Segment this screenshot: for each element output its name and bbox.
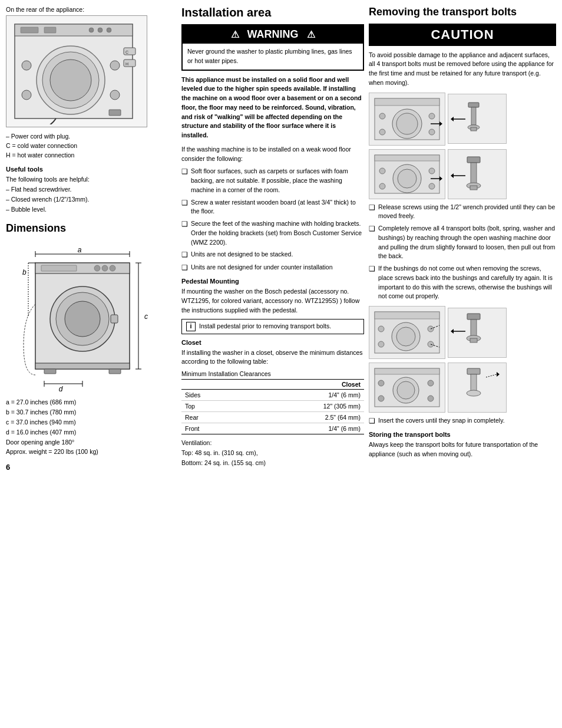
svg-text:c: c: [144, 312, 148, 321]
svg-text:d: d: [59, 385, 63, 393]
svg-line-106: [486, 374, 497, 377]
useful-tools-title: Useful tools: [6, 166, 177, 173]
ventilation-bottom: Bottom: 24 sq. in. (155 sq. cm): [181, 458, 364, 468]
svg-point-67: [379, 168, 385, 174]
transport-image-row-1: [369, 93, 556, 146]
svg-point-99: [378, 380, 384, 386]
info-icon: i: [186, 322, 196, 331]
svg-point-84: [378, 341, 384, 347]
table-row: Top 12" (305 mm): [181, 401, 364, 412]
removing-title: Removing the transport bolts: [369, 6, 556, 19]
svg-rect-21: [41, 265, 77, 271]
dim-door: Door opening angle 180°: [6, 437, 177, 447]
svg-text:H: H: [125, 62, 128, 66]
caution-box: CAUTION: [369, 24, 556, 46]
dim-d: d = 16.0 inches (407 mm): [6, 427, 177, 437]
svg-point-102: [428, 396, 434, 401]
storing-title: Storing the transport bolts: [369, 431, 556, 438]
dimensions-diagram: a b c d: [6, 239, 159, 393]
transport-image-6: [448, 308, 507, 358]
removal-step-4: Insert the covers until they snap in com…: [369, 416, 556, 426]
row-sides-label: Sides: [181, 390, 243, 401]
pedestal-text: If mounting the washer on the Bosch pede…: [181, 287, 364, 315]
dim-c: c = 37.0 inches (940 mm): [6, 417, 177, 427]
info-text: Install pedestal prior to removing trans…: [199, 322, 331, 331]
svg-rect-18: [109, 110, 121, 116]
row-rear-value: 2.5" (64 mm): [243, 412, 364, 423]
dim-a: a = 27.0 inches (686 mm): [6, 397, 177, 407]
row-top-value: 12" (305 mm): [243, 401, 364, 412]
transport-image-8: [448, 363, 507, 413]
svg-marker-72: [439, 176, 442, 181]
svg-point-69: [429, 168, 435, 174]
warning-body: Never ground the washer to plastic plumb…: [183, 44, 363, 70]
dim-weight: Approx. weight = 220 lbs (100 kg): [6, 447, 177, 457]
table-row: Rear 2.5" (64 mm): [181, 412, 364, 423]
svg-point-22: [94, 265, 100, 271]
left-column: On the rear of the appliance:: [6, 6, 177, 722]
svg-rect-57: [468, 103, 479, 107]
warning-box: ⚠ WARNING ⚠ Never ground the washer to p…: [181, 24, 364, 71]
svg-point-5: [98, 28, 103, 32]
ventilation-top: Top: 48 sq. in. (310 sq. cm),: [181, 448, 364, 458]
closet-text: If installing the washer in a closet, ob…: [181, 348, 364, 367]
transport-images-top: [369, 93, 556, 199]
checklist-item-4: Units are not designed to be stacked.: [181, 250, 364, 260]
svg-rect-76: [470, 186, 477, 190]
svg-marker-62: [451, 117, 454, 121]
table-title: Minimum Installation Clearances: [181, 370, 364, 377]
warning-triangle-left: ⚠: [231, 29, 239, 40]
table-row: Front 1/4" (6 mm): [181, 423, 364, 434]
svg-text:a: a: [78, 246, 82, 254]
page-number: 6: [6, 463, 177, 472]
svg-point-82: [396, 327, 415, 346]
removal-step-2: Completely remove all 4 transport bolts …: [369, 224, 556, 261]
svg-point-98: [397, 381, 415, 399]
svg-rect-2: [21, 27, 38, 33]
useful-tools-content: The following tools are helpful: – Flat …: [6, 174, 177, 214]
checklist-item-2: Screw a water resistant wooden board (at…: [181, 198, 364, 217]
tool-item-2: – Closed wrench (1/2"/13mm).: [6, 195, 177, 205]
svg-rect-60: [471, 127, 477, 131]
svg-point-6: [107, 28, 111, 32]
storing-text: Always keep the transport bolts for futu…: [369, 440, 556, 459]
notes-list: – Power cord with plug. C = cold water c…: [6, 132, 177, 160]
svg-point-24: [110, 265, 115, 271]
bold-installation-text: This appliance must be installed on a so…: [181, 75, 364, 140]
transport-image-row-2: [369, 149, 556, 199]
dimensions-title: Dimensions: [6, 222, 177, 235]
svg-point-50: [396, 113, 418, 134]
svg-marker-107: [497, 372, 500, 377]
row-top-label: Top: [181, 401, 243, 412]
transport-image-row-3: [369, 306, 556, 359]
right-column: Removing the transport bolts CAUTION To …: [369, 6, 556, 722]
svg-point-52: [379, 129, 385, 135]
svg-rect-89: [467, 314, 480, 319]
svg-rect-73: [467, 157, 480, 163]
caution-body: To avoid possible damage to the applianc…: [369, 51, 556, 88]
tool-item-1: – Flat head screwdriver.: [6, 185, 177, 195]
useful-tools-section: Useful tools The following tools are hel…: [6, 166, 177, 214]
checklist-item-5: Units are not designed for under counter…: [181, 263, 364, 273]
installation-area-title: Installation area: [181, 6, 364, 19]
svg-rect-30: [44, 369, 56, 374]
svg-point-11: [22, 90, 31, 100]
removal-steps-list: Release screws using the 1/2" wrench pro…: [369, 203, 556, 302]
svg-point-13: [110, 90, 120, 100]
svg-marker-94: [451, 329, 454, 334]
svg-rect-31: [109, 369, 121, 374]
weak-floor-intro: If the washing machine is to be installe…: [181, 145, 364, 164]
warning-header: ⚠ WARNING ⚠: [183, 25, 363, 44]
svg-point-23: [102, 265, 108, 271]
transport-image-5: [369, 306, 445, 359]
row-sides-value: 1/4" (6 mm): [243, 390, 364, 401]
transport-image-row-4: [369, 363, 556, 413]
info-box: i Install pedestal prior to removing tra…: [181, 319, 364, 334]
svg-marker-56: [439, 121, 442, 126]
svg-point-100: [378, 396, 384, 401]
svg-rect-92: [470, 338, 477, 342]
svg-rect-48: [375, 98, 439, 106]
ventilation-line1: Ventilation:: [181, 438, 364, 448]
note-hot: H = hot water connection: [6, 151, 177, 160]
note-power: – Power cord with plug.: [6, 132, 177, 141]
